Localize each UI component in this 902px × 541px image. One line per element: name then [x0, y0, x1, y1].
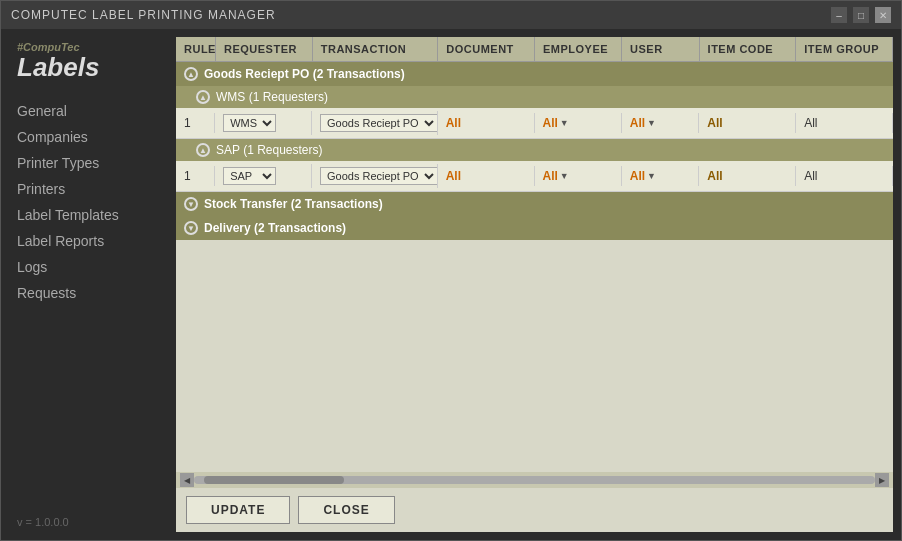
cell-transaction-sap: Goods Reciept PO — [312, 164, 438, 188]
window-controls: – □ ✕ — [831, 7, 891, 23]
cell-employee: All All ▼ — [535, 113, 622, 133]
table-row: 1 SAP WMS Goods Reciept PO — [176, 161, 893, 192]
subgroup-wms[interactable]: ▲ WMS (1 Requesters) — [176, 86, 893, 108]
table-header: RULE REQUESTER TRANSACTION DOCUMENT EMPL… — [176, 37, 893, 62]
sidebar-item-printer-types[interactable]: Printer Types — [17, 150, 160, 176]
cell-rule: 1 — [176, 113, 215, 133]
scroll-right-button[interactable]: ▶ — [875, 473, 889, 487]
maximize-button[interactable]: □ — [853, 7, 869, 23]
horizontal-scrollbar[interactable]: ◀ ▶ — [176, 472, 893, 488]
window-title: COMPUTEC LABEL PRINTING MANAGER — [11, 8, 276, 22]
group-goods-receipt-label: Goods Reciept PO (2 Transactions) — [204, 67, 405, 81]
close-button[interactable]: CLOSE — [298, 496, 394, 524]
user-dropdown-arrow: ▼ — [647, 118, 656, 128]
sidebar-item-label-reports[interactable]: Label Reports — [17, 228, 160, 254]
header-item-code: ITEM CODE — [700, 37, 797, 61]
sidebar: #CompuTec Labels General Companies Print… — [1, 29, 176, 540]
cell-requester-sap: SAP WMS — [215, 164, 312, 188]
footer-buttons: UPDATE CLOSE — [176, 488, 893, 532]
group-stock-transfer[interactable]: ▼ Stock Transfer (2 Transactions) — [176, 192, 893, 216]
subgroup-sap-label: SAP (1 Requesters) — [216, 143, 323, 157]
cell-employee-sap: All ▼ — [535, 166, 622, 186]
collapse-icon-goods-receipt: ▲ — [184, 67, 198, 81]
cell-transaction: Goods Reciept PO — [312, 111, 438, 135]
title-bar: COMPUTEC LABEL PRINTING MANAGER – □ ✕ — [1, 1, 901, 29]
cell-document: All — [438, 113, 535, 133]
cell-itemcode: All — [699, 113, 796, 133]
scroll-left-button[interactable]: ◀ — [180, 473, 194, 487]
main-content: RULE REQUESTER TRANSACTION DOCUMENT EMPL… — [176, 37, 893, 532]
table-body: ▲ Goods Reciept PO (2 Transactions) ▲ WM… — [176, 62, 893, 472]
close-window-button[interactable]: ✕ — [875, 7, 891, 23]
subgroup-sap[interactable]: ▲ SAP (1 Requesters) — [176, 139, 893, 161]
user-value-sap: All — [630, 169, 645, 183]
employee-dropdown-arrow-sap: ▼ — [560, 171, 569, 181]
group-stock-transfer-label: Stock Transfer (2 Transactions) — [204, 197, 383, 211]
requester-select[interactable]: WMS SAP — [223, 114, 276, 132]
transaction-select[interactable]: Goods Reciept PO — [320, 114, 438, 132]
employee-value-sap: All — [543, 169, 558, 183]
main-window: COMPUTEC LABEL PRINTING MANAGER – □ ✕ #C… — [0, 0, 902, 541]
cell-itemgroup: All — [796, 113, 893, 133]
header-user: USER — [622, 37, 700, 61]
sidebar-item-printers[interactable]: Printers — [17, 176, 160, 202]
user-dropdown-arrow-sap: ▼ — [647, 171, 656, 181]
table-row: 1 WMS SAP Goods Reciept PO — [176, 108, 893, 139]
brand-bottom: Labels — [17, 53, 160, 82]
app-body: #CompuTec Labels General Companies Print… — [1, 29, 901, 540]
rules-table: RULE REQUESTER TRANSACTION DOCUMENT EMPL… — [176, 37, 893, 488]
document-value-sap: All — [446, 169, 461, 183]
header-requester: REQUESTER — [216, 37, 313, 61]
minimize-button[interactable]: – — [831, 7, 847, 23]
sidebar-item-label-templates[interactable]: Label Templates — [17, 202, 160, 228]
cell-itemcode-sap: All — [699, 166, 796, 186]
cell-user: All ▼ — [622, 113, 700, 133]
header-document: DOCUMENT — [438, 37, 535, 61]
group-delivery[interactable]: ▼ Delivery (2 Transactions) — [176, 216, 893, 240]
collapse-icon-delivery: ▼ — [184, 221, 198, 235]
version-label: v = 1.0.0.0 — [17, 506, 160, 528]
cell-itemgroup-sap: All — [796, 166, 893, 186]
group-goods-receipt[interactable]: ▲ Goods Reciept PO (2 Transactions) — [176, 62, 893, 86]
header-rule: RULE — [176, 37, 216, 61]
cell-rule-sap: 1 — [176, 166, 215, 186]
sidebar-item-requests[interactable]: Requests — [17, 280, 160, 306]
requester-select-sap[interactable]: SAP WMS — [223, 167, 276, 185]
sidebar-item-companies[interactable]: Companies — [17, 124, 160, 150]
collapse-icon-stock-transfer: ▼ — [184, 197, 198, 211]
document-value: All — [446, 116, 461, 130]
header-employee: EMPLOYEE — [535, 37, 622, 61]
transaction-select-sap[interactable]: Goods Reciept PO — [320, 167, 438, 185]
collapse-icon-sap: ▲ — [196, 143, 210, 157]
user-value: All — [630, 116, 645, 130]
sidebar-item-general[interactable]: General — [17, 98, 160, 124]
brand: #CompuTec Labels — [17, 41, 160, 82]
header-item-group: ITEM GROUP — [796, 37, 893, 61]
update-button[interactable]: UPDATE — [186, 496, 290, 524]
cell-user-sap: All ▼ — [622, 166, 700, 186]
group-delivery-label: Delivery (2 Transactions) — [204, 221, 346, 235]
scrollbar-track — [194, 476, 875, 484]
subgroup-wms-label: WMS (1 Requesters) — [216, 90, 328, 104]
cell-requester: WMS SAP — [215, 111, 312, 135]
header-transaction: TRANSACTION — [313, 37, 439, 61]
sidebar-item-logs[interactable]: Logs — [17, 254, 160, 280]
scrollbar-thumb[interactable] — [204, 476, 344, 484]
cell-document-sap: All — [438, 166, 535, 186]
collapse-icon-wms: ▲ — [196, 90, 210, 104]
